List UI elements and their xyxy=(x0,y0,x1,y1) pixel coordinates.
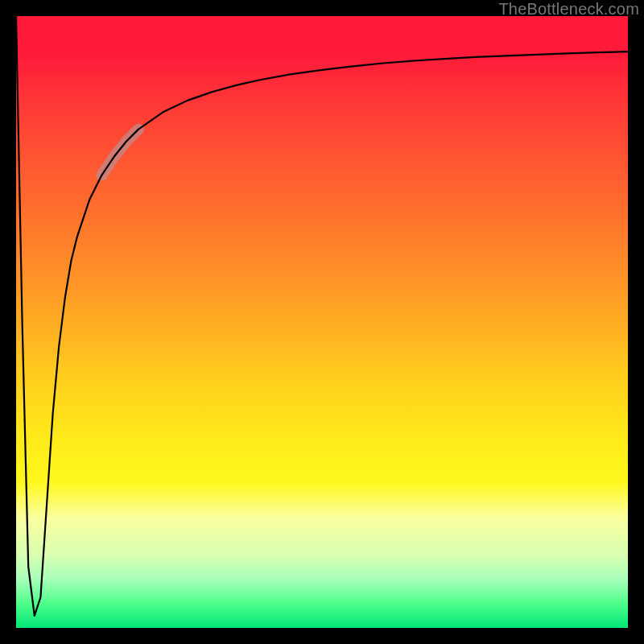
watermark-text: TheBottleneck.com xyxy=(498,0,639,19)
plot-svg xyxy=(16,16,628,628)
bottleneck-curve xyxy=(16,16,628,616)
plot-area xyxy=(16,16,628,628)
chart-frame: TheBottleneck.com xyxy=(0,0,644,644)
